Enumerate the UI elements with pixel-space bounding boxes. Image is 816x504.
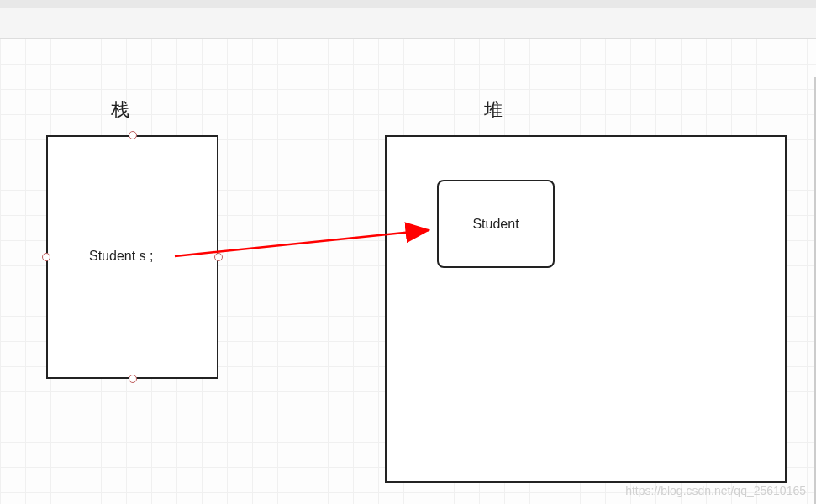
heap-object-box[interactable]: Student bbox=[437, 180, 555, 268]
stack-variable: Student s ; bbox=[89, 249, 154, 264]
selection-handle-bottom[interactable] bbox=[129, 375, 137, 383]
stack-label: 栈 bbox=[111, 97, 129, 123]
top-strip bbox=[0, 0, 816, 8]
heap-object-label: Student bbox=[472, 217, 519, 232]
diagram-canvas[interactable]: 栈 堆 Student s ; Student bbox=[0, 39, 816, 504]
selection-handle-left[interactable] bbox=[42, 253, 50, 261]
heap-label: 堆 bbox=[484, 97, 503, 123]
selection-handle-top[interactable] bbox=[129, 131, 137, 139]
watermark: https://blog.csdn.net/qq_25610165 bbox=[625, 484, 806, 497]
selection-handle-right[interactable] bbox=[214, 253, 223, 261]
toolbar bbox=[0, 8, 816, 39]
